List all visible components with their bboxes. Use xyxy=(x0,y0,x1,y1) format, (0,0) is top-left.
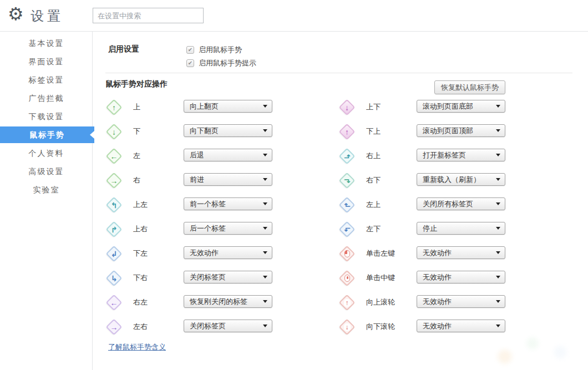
gesture-label: 左下 xyxy=(366,224,381,234)
gesture-action-select[interactable]: 关闭标签页 xyxy=(184,271,272,283)
gesture-section-title: 鼠标手势对应操作 xyxy=(105,79,168,89)
sidebar-item-9[interactable]: 实验室 xyxy=(0,181,93,199)
gesture-action-select[interactable]: 关闭所有标签页 xyxy=(417,197,505,210)
check-icon: ✔ xyxy=(188,60,192,66)
selected-action-label: 无效动作 xyxy=(423,271,452,283)
dropdown-arrow-icon xyxy=(496,105,500,108)
sidebar-item-8[interactable]: 高级设置 xyxy=(0,163,93,181)
sidebar-item-4[interactable]: 广告拦截 xyxy=(0,89,93,108)
gesture-label: 上 xyxy=(133,102,140,112)
arrow-right-up-icon: ↰ xyxy=(339,149,354,164)
selected-action-label: 无效动作 xyxy=(190,247,219,259)
gesture-row: ↰ 左下 停止 xyxy=(338,217,571,242)
gesture-row: → 左右 关闭标签页 xyxy=(105,315,338,339)
checkbox-label: 启用鼠标手势 xyxy=(199,45,242,55)
gesture-row: ↑ 上 向上翻页 xyxy=(105,95,338,120)
sidebar-item-7[interactable]: 个人资料 xyxy=(0,144,93,163)
gesture-row: ↑ 下上 滚动到页面顶部 xyxy=(338,120,571,144)
dropdown-arrow-icon xyxy=(263,129,267,132)
dropdown-arrow-icon xyxy=(263,154,267,156)
sidebar-item-2[interactable]: 界面设置 xyxy=(0,53,93,71)
learn-gestures-link[interactable]: 了解鼠标手势含义 xyxy=(108,342,166,352)
arrow-down-left-icon: ↲ xyxy=(107,246,121,261)
gesture-action-select[interactable]: 后一个标签 xyxy=(184,222,272,235)
selected-action-label: 关闭标签页 xyxy=(190,320,226,332)
selected-action-label: 重新载入（刷新） xyxy=(423,174,480,185)
section-divider xyxy=(105,73,572,73)
sidebar-item-3[interactable]: 标签设置 xyxy=(0,71,93,89)
dropdown-arrow-icon xyxy=(263,178,267,181)
arrow-up-down-icon: ↓ xyxy=(339,100,354,115)
dropdown-arrow-icon xyxy=(496,178,500,181)
gesture-row: 单击中键 无效动作 xyxy=(338,266,571,291)
gesture-label: 左 xyxy=(133,151,140,161)
selected-action-label: 向上翻页 xyxy=(190,100,219,112)
arrow-right-down-icon: ↱ xyxy=(339,173,354,188)
gesture-action-select[interactable]: 无效动作 xyxy=(417,246,505,259)
selected-action-label: 后退 xyxy=(190,149,204,161)
gesture-action-select[interactable]: 向下翻页 xyxy=(184,124,272,137)
gesture-action-select[interactable]: 重新载入（刷新） xyxy=(417,173,505,186)
check-icon: ✔ xyxy=(188,47,192,53)
enable-section-title: 启用设置 xyxy=(108,44,139,54)
dropdown-arrow-icon xyxy=(263,276,267,278)
gesture-label: 下上 xyxy=(366,126,381,136)
gesture-label: 单击中键 xyxy=(366,273,395,283)
gesture-action-select[interactable]: 无效动作 xyxy=(417,295,505,308)
gesture-action-select[interactable]: 打开新标签页 xyxy=(417,149,505,161)
checkbox-2[interactable]: ✔ xyxy=(186,59,194,67)
dropdown-arrow-icon xyxy=(263,300,267,303)
arrow-left-down-icon: ↰ xyxy=(339,222,354,237)
gesture-action-select[interactable]: 后退 xyxy=(184,149,272,161)
arrow-up-icon: ↑ xyxy=(107,100,121,115)
gesture-action-select[interactable]: 滚动到页面底部 xyxy=(417,100,505,113)
arrow-left-right-icon: → xyxy=(107,320,121,334)
checkbox-1[interactable]: ✔ xyxy=(186,46,194,54)
gesture-row: ← 左 后退 xyxy=(105,144,338,169)
gesture-action-select[interactable]: 恢复刚关闭的标签 xyxy=(184,295,272,308)
gesture-row: ↱ 右下 重新载入（刷新） xyxy=(338,169,571,193)
gesture-row: ↲ 下左 无效动作 xyxy=(105,242,338,266)
gesture-row: ↱ 左上 关闭所有标签页 xyxy=(338,193,571,217)
gesture-label: 右 xyxy=(133,175,140,185)
gesture-label: 左右 xyxy=(133,322,148,332)
selected-action-label: 无效动作 xyxy=(423,320,452,332)
gesture-action-select[interactable]: 无效动作 xyxy=(417,271,505,283)
selected-action-label: 向下翻页 xyxy=(190,125,219,136)
gesture-label: 向上滚轮 xyxy=(366,297,395,307)
selected-action-label: 滚动到页面顶部 xyxy=(423,125,473,136)
gesture-action-select[interactable]: 停止 xyxy=(417,222,505,235)
gesture-row: ↑ 向上滚轮 无效动作 xyxy=(338,291,571,315)
selected-action-label: 关闭所有标签页 xyxy=(423,198,473,210)
gesture-label: 右左 xyxy=(133,297,148,307)
dropdown-arrow-icon xyxy=(496,227,500,230)
gesture-action-select[interactable]: 前进 xyxy=(184,173,272,186)
selected-action-label: 无效动作 xyxy=(423,296,452,307)
selected-action-label: 前进 xyxy=(190,174,204,185)
checkbox-label: 启用鼠标手势提示 xyxy=(199,58,256,68)
gesture-label: 上右 xyxy=(133,224,148,234)
gesture-row: ↓ 上下 滚动到页面底部 xyxy=(338,95,571,120)
dropdown-arrow-icon xyxy=(263,325,267,327)
arrow-down-icon: ↓ xyxy=(107,124,121,139)
arrow-left-up-icon: ↱ xyxy=(339,197,354,212)
sidebar-item-1[interactable]: 基本设置 xyxy=(0,34,93,53)
gesture-label: 右上 xyxy=(366,151,381,161)
selected-action-label: 恢复刚关闭的标签 xyxy=(190,296,247,307)
sidebar-item-6[interactable]: 鼠标手势 xyxy=(0,126,94,143)
gesture-row: ← 右左 恢复刚关闭的标签 xyxy=(105,291,338,315)
restore-default-gestures-button[interactable]: 恢复默认鼠标手势 xyxy=(434,80,505,94)
search-input[interactable] xyxy=(93,8,204,23)
dropdown-arrow-icon xyxy=(263,227,267,230)
gesture-action-select[interactable]: 无效动作 xyxy=(184,246,272,259)
arrow-down-right-icon: ↳ xyxy=(107,271,121,286)
arrow-down-up-icon: ↑ xyxy=(339,124,354,139)
gesture-action-select[interactable]: 前一个标签 xyxy=(184,197,272,210)
mouse-middle-click-icon xyxy=(339,271,354,286)
gesture-action-select[interactable]: 向上翻页 xyxy=(184,100,272,113)
gesture-action-select[interactable]: 关闭标签页 xyxy=(184,320,272,332)
gesture-action-select[interactable]: 滚动到页面顶部 xyxy=(417,124,505,137)
selected-action-label: 无效动作 xyxy=(423,247,452,259)
sidebar-item-5[interactable]: 下载设置 xyxy=(0,108,93,126)
gesture-label: 单击左键 xyxy=(366,249,395,259)
